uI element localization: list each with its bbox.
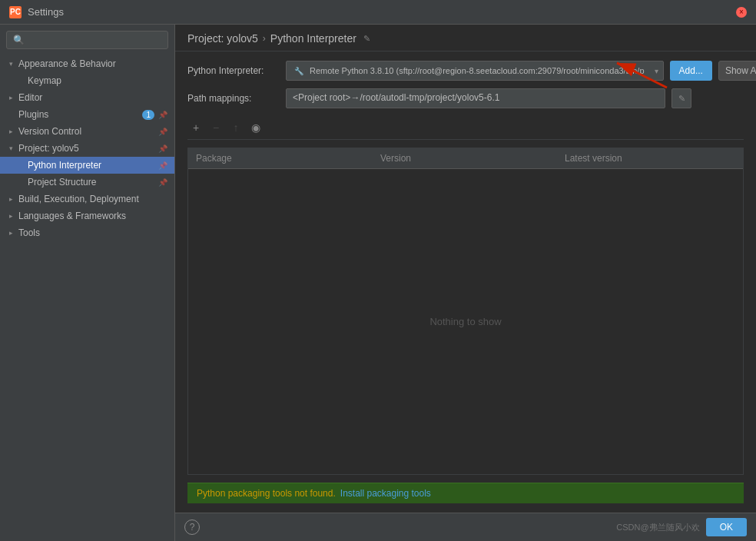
chevron-down-icon: ▾ — [6, 59, 15, 68]
pin-icon: 📌 — [158, 143, 168, 154]
column-header-latest: Latest version — [557, 148, 743, 168]
watermark: CSDN@弗兰随风小欢 — [616, 522, 699, 533]
column-header-package: Package — [188, 148, 373, 168]
sidebar-item-keymap[interactable]: Keymap — [0, 72, 174, 89]
sidebar-item-languages[interactable]: ▸ Languages & Frameworks — [0, 207, 174, 224]
chevron-right-icon: ▸ — [6, 127, 15, 136]
interpreter-icon: 🔧 — [293, 65, 305, 77]
sidebar-item-appearance[interactable]: ▾ Appearance & Behavior — [0, 55, 174, 72]
main-container: ▾ Appearance & Behavior Keymap ▸ Editor … — [0, 25, 756, 541]
interpreter-dropdown[interactable]: 🔧 Remote Python 3.8.10 (sftp://root@regi… — [286, 61, 664, 81]
upgrade-package-button[interactable]: ↑ — [227, 119, 244, 136]
path-mappings-row: Path mappings: <Project root>→/root/auto… — [187, 88, 744, 108]
show-all-button[interactable]: Show A — [718, 61, 756, 81]
interpreter-value: Remote Python 3.8.10 (sftp://root@region… — [310, 66, 645, 75]
pin-icon: 📌 — [158, 177, 168, 188]
app-icon: PC — [9, 6, 22, 18]
empty-state-text: Nothing to show — [429, 316, 501, 327]
table-header: Package Version Latest version — [188, 148, 743, 169]
sidebar-item-label: Languages & Frameworks — [18, 211, 168, 221]
chevron-right-icon: ▸ — [6, 228, 15, 237]
add-button[interactable]: Add... — [670, 61, 712, 81]
status-text: Python packaging tools not found. — [197, 488, 336, 499]
sidebar: ▾ Appearance & Behavior Keymap ▸ Editor … — [0, 25, 175, 541]
interpreter-row: Python Interpreter: 🔧 Remote Python 3.8.… — [187, 61, 744, 81]
search-input[interactable] — [6, 31, 168, 49]
dropdown-arrow-icon: ▾ — [655, 67, 658, 75]
sidebar-items: ▾ Appearance & Behavior Keymap ▸ Editor … — [0, 55, 174, 541]
plus-icon: + — [193, 121, 199, 134]
title-bar-left: PC Settings — [9, 6, 64, 18]
eye-icon: ◉ — [251, 121, 260, 134]
sidebar-item-label: Project Structure — [28, 177, 158, 188]
install-link[interactable]: Install packaging tools — [340, 488, 431, 499]
remove-package-button[interactable]: − — [207, 119, 224, 136]
spacer — [6, 110, 15, 119]
title-bar: PC Settings × — [0, 0, 756, 25]
chevron-down-icon: ▾ — [6, 144, 15, 153]
sidebar-item-buildexecution[interactable]: ▸ Build, Execution, Deployment — [0, 191, 174, 207]
sidebar-item-label: Keymap — [28, 75, 168, 86]
title-bar-controls: × — [736, 7, 747, 18]
sidebar-item-versioncontrol[interactable]: ▸ Version Control 📌 — [0, 123, 174, 140]
sidebar-item-project[interactable]: ▾ Project: yolov5 📌 — [0, 140, 174, 157]
sidebar-item-label: Appearance & Behavior — [18, 58, 168, 69]
spacer — [15, 178, 25, 187]
sidebar-item-editor[interactable]: ▸ Editor — [0, 89, 174, 106]
package-toolbar: + − ↑ ◉ — [187, 116, 744, 140]
sidebar-item-plugins[interactable]: Plugins 1 📌 — [0, 106, 174, 123]
path-mappings-value[interactable]: <Project root>→/root/autodl-tmp/project/… — [286, 88, 665, 108]
help-button[interactable]: ? — [184, 519, 200, 535]
path-mappings-label: Path mappings: — [187, 93, 280, 104]
up-arrow-icon: ↑ — [234, 121, 239, 134]
sidebar-item-label: Tools — [18, 227, 168, 238]
pin-icon: 📌 — [158, 160, 168, 171]
pin-icon: 📌 — [158, 109, 168, 120]
close-button[interactable]: × — [736, 7, 747, 18]
breadcrumb-project: Project: yolov5 — [187, 32, 258, 45]
sidebar-item-projectstructure[interactable]: Project Structure 📌 — [0, 174, 174, 191]
title-bar-title: Settings — [28, 6, 64, 18]
pin-icon: 📌 — [158, 126, 168, 137]
spacer — [15, 76, 25, 85]
sidebar-item-label: Editor — [18, 92, 168, 103]
chevron-right-icon: ▸ — [6, 211, 15, 221]
chevron-right-icon: ▸ — [6, 93, 15, 102]
package-table: Package Version Latest version Nothing t… — [187, 148, 744, 475]
show-options-button[interactable]: ◉ — [247, 119, 264, 136]
breadcrumb-current: Python Interpreter — [270, 32, 356, 45]
interpreter-label: Python Interpreter: — [187, 65, 280, 76]
sidebar-item-label: Project: yolov5 — [18, 143, 158, 154]
sidebar-item-label: Build, Execution, Deployment — [18, 194, 168, 204]
column-header-version: Version — [373, 148, 557, 168]
sidebar-item-label: Plugins — [18, 109, 142, 120]
breadcrumb-header: Project: yolov5 › Python Interpreter ✎ — [175, 25, 756, 51]
table-empty-state: Nothing to show — [188, 169, 743, 474]
sidebar-item-label: Python Interpreter — [28, 160, 158, 171]
edit-icon: ✎ — [678, 94, 685, 104]
ok-button[interactable]: OK — [706, 518, 747, 536]
plugins-badge: 1 — [142, 110, 154, 120]
path-mappings-edit-button[interactable]: ✎ — [671, 88, 691, 108]
settings-body: Python Interpreter: 🔧 Remote Python 3.8.… — [175, 51, 756, 513]
spacer — [15, 161, 25, 170]
sidebar-item-label: Version Control — [18, 126, 158, 137]
action-buttons: CSDN@弗兰随风小欢 OK — [616, 518, 747, 536]
sidebar-item-tools[interactable]: ▸ Tools — [0, 224, 174, 241]
sidebar-item-pythoninterpreter[interactable]: Python Interpreter 📌 — [0, 157, 174, 174]
breadcrumb-arrow-icon: › — [263, 33, 266, 44]
status-bar: Python packaging tools not found. Instal… — [187, 483, 744, 503]
content-area: Project: yolov5 › Python Interpreter ✎ P… — [175, 25, 756, 541]
bottom-bar: ? CSDN@弗兰随风小欢 OK — [175, 513, 756, 541]
minus-icon: − — [213, 121, 219, 134]
chevron-right-icon: ▸ — [6, 194, 15, 204]
add-package-button[interactable]: + — [187, 119, 204, 136]
edit-icon: ✎ — [361, 32, 373, 45]
